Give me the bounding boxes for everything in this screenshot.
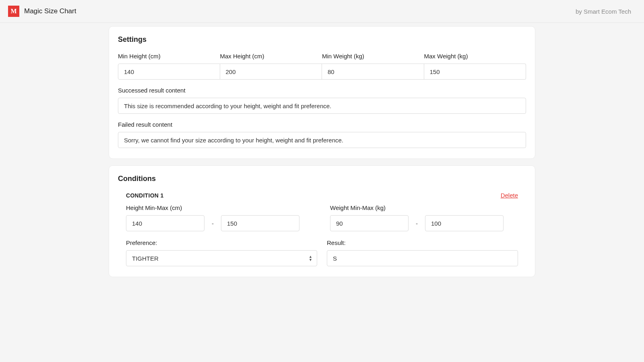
weight-range-separator: - <box>416 220 418 227</box>
height-range-label: Height Min-Max (cm) <box>126 204 314 211</box>
failed-content-input[interactable] <box>118 132 526 148</box>
min-height-input[interactable] <box>118 64 220 80</box>
app-title: Magic Size Chart <box>24 7 76 15</box>
height-min-input[interactable] <box>126 215 204 231</box>
success-content-field: Successed result content <box>118 87 526 114</box>
preference-select-wrap: ▲▼ <box>126 250 317 266</box>
app-header: M Magic Size Chart by Smart Ecom Tech <box>0 0 644 23</box>
conditions-title: Conditions <box>118 175 526 183</box>
main-container: Settings Min Height (cm) Max Height (cm)… <box>109 23 535 277</box>
min-height-label: Min Height (cm) <box>118 53 220 60</box>
condition-header: CONDITION 1 Delete <box>126 192 518 199</box>
success-content-label: Successed result content <box>118 87 526 94</box>
max-height-label: Max Height (cm) <box>220 53 322 60</box>
weight-min-input[interactable] <box>330 215 409 231</box>
max-height-input[interactable] <box>220 64 322 80</box>
settings-card: Settings Min Height (cm) Max Height (cm)… <box>109 26 535 159</box>
weight-max-input[interactable] <box>425 215 504 231</box>
weight-range-inputs: - <box>330 215 518 231</box>
vendor-byline: by Smart Ecom Tech <box>576 8 631 15</box>
settings-metrics-row: Min Height (cm) Max Height (cm) Min Weig… <box>118 53 526 80</box>
min-weight-input[interactable] <box>322 64 424 80</box>
min-height-field: Min Height (cm) <box>118 53 220 80</box>
height-max-input[interactable] <box>221 215 299 231</box>
condition-label: CONDITION 1 <box>126 192 164 199</box>
height-range-inputs: - <box>126 215 314 231</box>
result-input[interactable] <box>327 250 518 266</box>
height-range-separator: - <box>212 220 214 227</box>
conditions-card: Conditions CONDITION 1 Delete Height Min… <box>109 165 535 277</box>
preference-select[interactable] <box>126 250 317 266</box>
preference-label: Preference: <box>126 239 317 246</box>
min-weight-label: Min Weight (kg) <box>322 53 424 60</box>
delete-condition-link[interactable]: Delete <box>501 192 518 199</box>
max-weight-input[interactable] <box>424 64 526 80</box>
settings-title: Settings <box>118 35 526 44</box>
weight-range-label: Weight Min-Max (kg) <box>330 204 518 211</box>
header-left: M Magic Size Chart <box>8 6 76 17</box>
success-content-input[interactable] <box>118 98 526 114</box>
result-label: Result: <box>327 239 518 246</box>
result-field: Result: <box>327 239 518 266</box>
app-logo-icon: M <box>8 6 19 17</box>
failed-content-field: Failed result content <box>118 121 526 148</box>
condition-range-row: Height Min-Max (cm) - Weight Min-Max (kg… <box>126 204 518 231</box>
max-height-field: Max Height (cm) <box>220 53 322 80</box>
condition-item: CONDITION 1 Delete Height Min-Max (cm) -… <box>118 192 526 266</box>
max-weight-field: Max Weight (kg) <box>424 53 526 80</box>
max-weight-label: Max Weight (kg) <box>424 53 526 60</box>
failed-content-label: Failed result content <box>118 121 526 128</box>
weight-range-field: Weight Min-Max (kg) - <box>330 204 518 231</box>
preference-field: Preference: ▲▼ <box>126 239 317 266</box>
height-range-field: Height Min-Max (cm) - <box>126 204 314 231</box>
condition-pref-row: Preference: ▲▼ Result: <box>126 239 518 266</box>
min-weight-field: Min Weight (kg) <box>322 53 424 80</box>
